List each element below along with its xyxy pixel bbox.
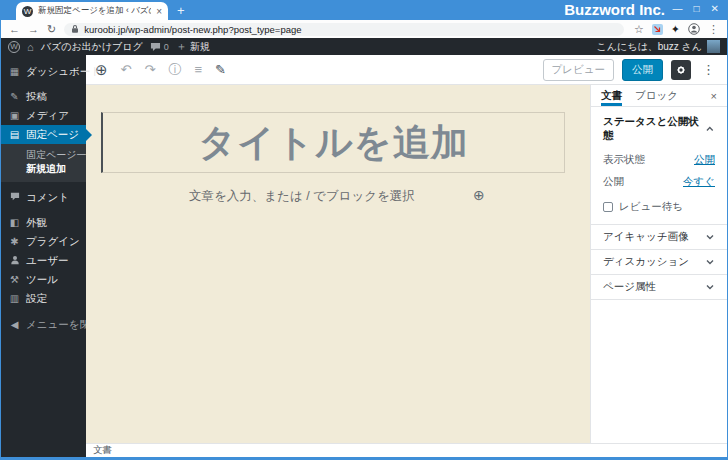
settings-icon: ▥: [8, 293, 21, 304]
admin-bar-greeting[interactable]: こんにちは、buzz さん: [596, 40, 702, 54]
sidebar-item-plugins[interactable]: ✱ プラグイン: [1, 232, 86, 251]
sidebar-item-label: ツール: [26, 273, 58, 287]
user-icon: [8, 255, 21, 267]
sidebar-item-dashboard[interactable]: ▦ ダッシュボード: [1, 62, 86, 81]
block-inserter-icon[interactable]: ⊕: [473, 187, 485, 203]
publish-date-row: 公開 今すぐ: [591, 171, 727, 193]
editor-canvas[interactable]: タイトルを追加 文章を入力、または / でブロックを選択 ⊕: [86, 85, 590, 443]
new-content-plus-icon[interactable]: ＋: [176, 39, 187, 54]
page-icon: ▤: [8, 129, 21, 140]
sidebar-item-appearance[interactable]: ◧ 外観: [1, 213, 86, 232]
browser-brand-text: Buzzword Inc.: [564, 1, 665, 18]
sidebar-item-label: 外観: [26, 216, 47, 230]
chevron-down-icon: [705, 257, 715, 267]
chevron-down-icon: [705, 232, 715, 242]
tab-close-icon[interactable]: ×: [156, 6, 162, 17]
visibility-row: 表示状態 公開: [591, 149, 727, 171]
extension-icon[interactable]: ✦: [671, 23, 680, 36]
settings-gear-button[interactable]: [671, 60, 691, 80]
block-navigation-icon[interactable]: ≡: [194, 62, 202, 77]
discussion-label: ディスカッション: [603, 255, 689, 269]
sidebar-item-label: 設定: [26, 292, 47, 306]
sidebar-item-tools[interactable]: ⚒ ツール: [1, 270, 86, 289]
admin-bar-new-label[interactable]: 新規: [190, 40, 210, 54]
reload-button[interactable]: ↻: [47, 23, 56, 36]
lock-icon: [71, 24, 79, 34]
undo-button[interactable]: ↶: [121, 62, 132, 77]
pages-submenu: 固定ページ一覧 新規追加: [1, 144, 86, 182]
sidebar-item-label: 投稿: [26, 90, 47, 104]
window-minimize-button[interactable]: —: [673, 3, 683, 14]
wp-sidebar-menu: ▦ ダッシュボード ✎ 投稿 ▣ メディア ▤ 固定ページ 固定ページ一覧 新規…: [1, 55, 86, 457]
submenu-item-all-pages[interactable]: 固定ページ一覧: [26, 148, 86, 162]
status-section-header[interactable]: ステータスと公開状態: [591, 107, 727, 149]
window-close-button[interactable]: ✕: [711, 3, 719, 14]
title-placeholder: タイトルを追加: [198, 118, 468, 168]
url-text: kuroobi.jp/wp-admin/post-new.php?post_ty…: [84, 24, 301, 35]
tab-title: 新規固定ページを追加 ‹ バズのお出…: [38, 5, 151, 17]
content-structure-icon[interactable]: ⓘ: [168, 61, 181, 79]
browser-tab[interactable]: W 新規固定ページを追加 ‹ バズのお出… ×: [16, 2, 168, 20]
pending-review-label: レビュー待ち: [619, 200, 683, 214]
page-attributes-section[interactable]: ページ属性: [591, 275, 727, 300]
page-attributes-label: ページ属性: [603, 280, 656, 294]
capture-extension-icon[interactable]: [652, 24, 663, 35]
tab-document[interactable]: 文書: [601, 85, 622, 106]
edit-mode-pencil-icon[interactable]: ✎: [215, 62, 226, 77]
new-tab-button[interactable]: +: [177, 3, 185, 18]
redo-button[interactable]: ↷: [144, 62, 155, 77]
title-block[interactable]: タイトルを追加: [101, 112, 565, 173]
pending-review-row: レビュー待ち: [591, 193, 727, 225]
panel-close-icon[interactable]: ×: [711, 85, 717, 106]
url-field[interactable]: kuroobi.jp/wp-admin/post-new.php?post_ty…: [64, 23, 624, 36]
forward-button[interactable]: →: [28, 23, 39, 35]
status-section-title: ステータスと公開状態: [603, 115, 705, 143]
publish-button[interactable]: 公開: [622, 59, 663, 81]
tab-block[interactable]: ブロック: [635, 85, 678, 106]
visibility-value-link[interactable]: 公開: [694, 153, 715, 167]
comment-count: 0: [164, 42, 169, 52]
submenu-item-add-new[interactable]: 新規追加: [26, 162, 86, 176]
sidebar-item-label: メディア: [26, 109, 69, 123]
browser-menu-icon[interactable]: ⋮: [708, 23, 719, 36]
sidebar-item-label: 固定ページ: [26, 128, 79, 142]
profile-icon[interactable]: [688, 23, 700, 35]
sidebar-item-settings[interactable]: ▥ 設定: [1, 289, 86, 308]
user-avatar[interactable]: [707, 40, 720, 53]
wordpress-logo-icon[interactable]: W: [8, 41, 20, 53]
home-icon[interactable]: ⌂: [27, 41, 34, 53]
publish-date-value-link[interactable]: 今すぐ: [683, 175, 715, 189]
comments-bubble-icon[interactable]: [150, 42, 161, 52]
pending-review-checkbox[interactable]: [603, 202, 613, 212]
preview-button[interactable]: プレビュー: [543, 59, 614, 81]
more-options-icon[interactable]: ⋮: [699, 62, 718, 77]
discussion-section[interactable]: ディスカッション: [591, 250, 727, 275]
sidebar-item-label: コメント: [26, 191, 69, 205]
sidebar-item-label: プラグイン: [26, 235, 80, 249]
window-controls: — □ ✕: [673, 3, 719, 14]
sidebar-item-users[interactable]: ユーザー: [1, 251, 86, 270]
wp-admin-bar: W ⌂ バズのお出かけブログ 0 ＋ 新規 こんにちは、buzz さん: [1, 38, 727, 55]
window-maximize-button[interactable]: □: [694, 3, 700, 14]
sidebar-collapse-menu[interactable]: ◀ メニューを閉じる: [1, 315, 86, 334]
sidebar-item-label: ユーザー: [26, 254, 69, 268]
sidebar-item-comments[interactable]: コメント: [1, 188, 86, 207]
sidebar-item-posts[interactable]: ✎ 投稿: [1, 87, 86, 106]
paragraph-placeholder[interactable]: 文章を入力、または / でブロックを選択: [189, 188, 415, 205]
bookmark-star-icon[interactable]: ☆: [634, 23, 644, 36]
browser-addressbar: ← → ↻ kuroobi.jp/wp-admin/post-new.php?p…: [1, 20, 727, 38]
featured-image-label: アイキャッチ画像: [603, 230, 688, 244]
featured-image-section[interactable]: アイキャッチ画像: [591, 225, 727, 250]
sidebar-item-label: ダッシュボード: [26, 65, 101, 79]
admin-bar-site-name[interactable]: バズのお出かけブログ: [41, 40, 143, 54]
sidebar-item-media[interactable]: ▣ メディア: [1, 106, 86, 125]
dashboard-icon: ▦: [8, 66, 21, 77]
sidebar-item-pages[interactable]: ▤ 固定ページ: [1, 125, 86, 144]
media-icon: ▣: [8, 110, 21, 121]
tools-icon: ⚒: [8, 274, 21, 285]
main-area: ▦ ダッシュボード ✎ 投稿 ▣ メディア ▤ 固定ページ 固定ページ一覧 新規…: [1, 55, 727, 457]
visibility-label: 表示状態: [603, 153, 645, 167]
back-button[interactable]: ←: [9, 23, 20, 35]
panel-tabs: 文書 ブロック ×: [591, 85, 727, 107]
appearance-icon: ◧: [8, 217, 21, 228]
